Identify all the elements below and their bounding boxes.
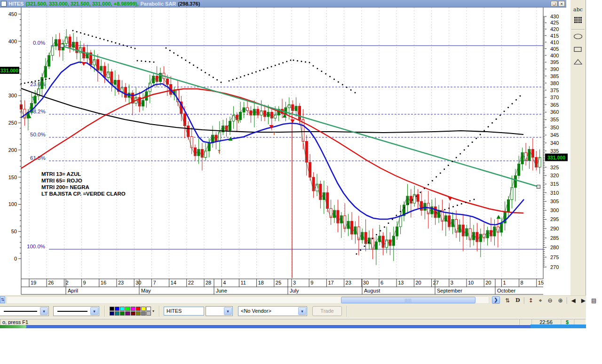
candle-body: [375, 242, 377, 249]
grid-tool-icon[interactable]: [572, 16, 584, 26]
palette-more-icon[interactable]: ▾: [152, 309, 154, 313]
right-axis-label: 310: [550, 190, 559, 196]
sar-dot: [457, 205, 458, 206]
sar-dot: [392, 219, 393, 220]
sar-dot: [42, 79, 43, 80]
chart-scrollbar-track[interactable]: [7, 296, 489, 304]
symbol-input[interactable]: HITES: [164, 307, 204, 316]
pages-icon[interactable]: ▤: [588, 296, 599, 305]
chart-annotation: MTRI 65= ROJO: [41, 178, 82, 183]
sar-dot: [263, 69, 264, 70]
color-swatch[interactable]: [120, 311, 125, 316]
rectangle-tool-icon[interactable]: [572, 46, 584, 54]
sar-dot: [282, 62, 284, 63]
line-style-preview: [57, 311, 87, 312]
daily-period-icon[interactable]: D: [513, 296, 523, 305]
sar-dot: [221, 82, 222, 83]
color-swatch[interactable]: [125, 307, 130, 311]
restore-window-button[interactable]: ❏: [551, 1, 557, 7]
color-swatch[interactable]: [115, 311, 119, 316]
color-swatch[interactable]: [141, 307, 146, 311]
sar-dot: [290, 60, 292, 61]
candle-body: [111, 72, 113, 85]
candle-body: [507, 200, 510, 212]
close-window-button[interactable]: ✕: [558, 1, 565, 7]
color-swatch[interactable]: [146, 307, 151, 311]
chart-annotation: MTRI 13= AZUL: [41, 171, 81, 177]
candle-body: [65, 37, 68, 43]
candle-body: [198, 149, 200, 156]
price-chart-plot-area[interactable]: 0.0%23.6%38.2%50.0%61.8%100.0%TTTTMTRI 1…: [0, 0, 586, 328]
candle-body: [218, 132, 221, 142]
color-swatch[interactable]: [141, 311, 146, 316]
fib-level-label: 100.0%: [27, 244, 45, 249]
x-axis-day-label: 11: [240, 280, 246, 285]
zoom-in-icon[interactable]: ⊕: [555, 296, 566, 305]
x-axis-day-label: 22: [188, 280, 194, 285]
zoom-out-icon[interactable]: ⊖: [545, 296, 555, 305]
scroll-left-button[interactable]: ⇅: [0, 296, 5, 303]
sar-dot: [236, 78, 238, 79]
text-tool-icon[interactable]: abc: [572, 7, 584, 13]
sar-dot: [145, 61, 146, 62]
x-axis-day-label: 26: [48, 280, 54, 285]
color-swatch[interactable]: [136, 311, 141, 316]
sar-dot: [240, 76, 241, 78]
candle-body: [473, 232, 475, 240]
sar-dot: [346, 87, 348, 88]
trade-button[interactable]: Trade: [312, 306, 342, 316]
sar-dot: [103, 39, 105, 40]
period-combo[interactable]: ▾: [206, 306, 233, 316]
vertical-fit-icon[interactable]: ↕: [526, 296, 536, 305]
sar-dot: [475, 138, 477, 139]
color-swatch[interactable]: [146, 311, 151, 316]
candle-body: [229, 121, 231, 131]
right-axis-label: 360: [550, 109, 559, 115]
toolbar-divider: [159, 306, 160, 317]
chevron-down-icon[interactable]: ▾: [298, 307, 306, 315]
scale-toggle-icon[interactable]: ⇅: [502, 296, 513, 305]
sar-dot: [271, 66, 272, 67]
scroll-right-button[interactable]: ❯: [492, 296, 500, 304]
sar-dot: [436, 212, 437, 214]
candle-body: [183, 114, 186, 126]
sar-dot: [452, 161, 453, 162]
sar-dot: [177, 55, 179, 56]
color-swatch[interactable]: [110, 307, 114, 311]
color-swatch[interactable]: [120, 307, 125, 311]
left-price-badge-value: 331.000: [0, 68, 18, 73]
right-price-badge-value: 331.000: [547, 155, 565, 160]
right-axis-label: 405: [550, 46, 559, 52]
color-swatch[interactable]: [115, 307, 119, 311]
chevron-down-icon[interactable]: ▾: [90, 307, 98, 315]
fib-level-label: 50.0%: [30, 132, 46, 137]
crosshair-icon[interactable]: ⌖: [536, 296, 545, 305]
sar-dot: [440, 172, 441, 174]
color-swatch[interactable]: [136, 307, 141, 311]
trade-t-marker: T: [32, 96, 34, 101]
sar-dot: [193, 64, 194, 66]
candle-body: [96, 59, 99, 70]
ellipse-tool-icon[interactable]: [572, 33, 584, 41]
vendor-combo[interactable]: <No Vendor> ▾: [238, 306, 307, 316]
color-swatch[interactable]: [110, 311, 114, 316]
chart-window-titlebar[interactable]: HITES (321.500, 333.000, 321.500, 331.00…: [0, 0, 566, 8]
chevron-down-icon[interactable]: ▾: [40, 307, 48, 315]
chevron-down-icon[interactable]: ▾: [224, 307, 232, 315]
candle-body: [535, 158, 538, 167]
color-swatch[interactable]: [131, 311, 135, 316]
color-swatch[interactable]: [131, 307, 135, 311]
color-swatch[interactable]: [125, 311, 130, 316]
sar-dot: [329, 76, 331, 77]
triangle-tool-icon[interactable]: [572, 58, 584, 67]
candle-body: [417, 194, 419, 201]
line-style-combo-2[interactable]: ▾: [53, 306, 99, 316]
next-icon[interactable]: ▶: [578, 296, 588, 305]
x-axis-day-label: 30: [363, 280, 369, 285]
chart-annotation: MTRI 200= NEGRA: [41, 184, 89, 190]
prev-icon[interactable]: ◀: [569, 296, 578, 305]
chart-scrollbar-thumb[interactable]: [341, 297, 475, 303]
line-style-combo-1[interactable]: ▾: [0, 306, 49, 316]
sar-dot: [205, 72, 206, 73]
sar-dot: [49, 78, 50, 79]
